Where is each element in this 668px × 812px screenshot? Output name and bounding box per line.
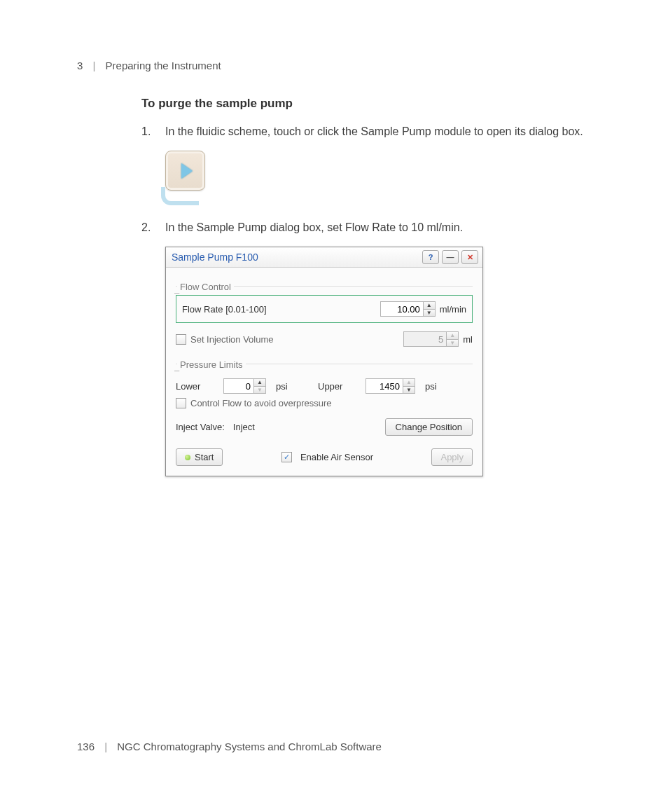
set-injection-volume-checkbox[interactable] <box>176 334 186 345</box>
lower-pressure-unit: psi <box>276 381 300 392</box>
lower-pressure-up-icon[interactable]: ▲ <box>254 379 265 386</box>
chapter-number: 3 <box>77 60 83 71</box>
dialog-titlebar: Sample Pump F100 ? — ✕ <box>166 247 482 268</box>
upper-pressure-label: Upper <box>318 381 360 392</box>
lower-pressure-down-icon[interactable]: ▼ <box>254 386 265 394</box>
injection-volume-unit: ml <box>463 334 473 345</box>
step-1-text: In the fluidic scheme, touch or click th… <box>165 123 590 139</box>
flow-rate-row: Flow Rate [0.01-100] ▲ ▼ ml/min <box>176 295 473 323</box>
page-header: 3 | Preparing the Instrument <box>77 60 598 71</box>
start-button-label: Start <box>195 452 214 462</box>
pressure-values-row: Lower ▲ ▼ psi Upper <box>176 378 473 394</box>
dialog-title: Sample Pump F100 <box>170 252 419 263</box>
enable-air-sensor-checkbox[interactable] <box>281 452 292 462</box>
sample-pump-module-figure <box>165 151 590 205</box>
upper-pressure-spinner[interactable]: ▲ ▼ <box>366 378 415 394</box>
upper-pressure-unit: psi <box>425 381 437 392</box>
dialog-close-button[interactable]: ✕ <box>461 250 478 264</box>
play-icon <box>181 163 193 179</box>
injection-volume-input[interactable] <box>403 331 447 347</box>
flow-control-label: Flow Control <box>177 282 234 292</box>
tubing-icon <box>161 187 199 205</box>
inject-valve-row: Inject Valve: Inject Change Position <box>176 418 473 436</box>
apply-button[interactable]: Apply <box>431 448 473 466</box>
page-footer: 136 | NGC Chromatography Systems and Chr… <box>77 741 382 752</box>
dialog-bottom-row: Start Enable Air Sensor Apply <box>176 448 473 466</box>
enable-air-sensor-label: Enable Air Sensor <box>300 452 373 462</box>
pressure-limits-group: – Pressure Limits Lower ▲ ▼ psi <box>176 357 473 408</box>
lower-pressure-label: Lower <box>176 381 218 392</box>
injection-volume-up-icon[interactable]: ▲ <box>447 332 458 339</box>
step-2: 2. In the Sample Pump dialog box, set Fl… <box>141 219 590 235</box>
pressure-limits-label: Pressure Limits <box>177 359 246 370</box>
set-injection-volume-row: Set Injection Volume ▲ ▼ ml <box>176 331 473 347</box>
flow-rate-input[interactable] <box>380 301 424 317</box>
header-separator: | <box>93 60 96 71</box>
footer-separator: | <box>104 741 107 752</box>
flow-rate-spinner[interactable]: ▲ ▼ <box>380 301 436 317</box>
step-2-text: In the Sample Pump dialog box, set Flow … <box>165 219 590 235</box>
upper-pressure-input[interactable] <box>366 378 403 394</box>
step-1-number: 1. <box>141 123 165 139</box>
sample-pump-module-button[interactable] <box>165 151 205 191</box>
inject-valve-value: Inject <box>233 422 385 432</box>
flow-rate-label: Flow Rate [0.01-100] <box>182 304 380 315</box>
control-flow-checkbox[interactable] <box>176 398 186 408</box>
inject-valve-label: Inject Valve: <box>176 422 225 432</box>
injection-volume-down-icon[interactable]: ▼ <box>447 339 458 347</box>
injection-volume-spinner[interactable]: ▲ ▼ <box>403 331 459 347</box>
flow-rate-up-icon[interactable]: ▲ <box>424 302 435 309</box>
control-flow-row: Control Flow to avoid overpressure <box>176 398 473 408</box>
set-injection-volume-label: Set Injection Volume <box>190 334 403 345</box>
flow-rate-down-icon[interactable]: ▼ <box>424 309 435 317</box>
flow-control-group: – Flow Control Flow Rate [0.01-100] ▲ ▼ <box>176 279 473 347</box>
doc-title: NGC Chromatography Systems and ChromLab … <box>117 741 382 752</box>
change-position-button[interactable]: Change Position <box>385 418 473 436</box>
lower-pressure-spinner[interactable]: ▲ ▼ <box>223 378 266 394</box>
step-1: 1. In the fluidic scheme, touch or click… <box>141 123 590 139</box>
dialog-minimize-button[interactable]: — <box>442 250 459 264</box>
sample-pump-dialog: Sample Pump F100 ? — ✕ – Flow Control Fl… <box>165 247 483 476</box>
flow-rate-unit: ml/min <box>440 304 466 315</box>
upper-pressure-down-icon[interactable]: ▼ <box>403 386 415 394</box>
upper-pressure-up-icon[interactable]: ▲ <box>403 379 415 386</box>
chapter-title: Preparing the Instrument <box>106 60 221 71</box>
page-number: 136 <box>77 741 95 752</box>
lower-pressure-input[interactable] <box>223 378 254 394</box>
control-flow-label: Control Flow to avoid overpressure <box>190 398 332 408</box>
step-2-number: 2. <box>141 219 165 235</box>
start-indicator-icon <box>185 455 190 460</box>
section-title: To purge the sample pump <box>141 97 590 111</box>
dialog-help-button[interactable]: ? <box>422 250 439 264</box>
start-button[interactable]: Start <box>176 448 223 466</box>
